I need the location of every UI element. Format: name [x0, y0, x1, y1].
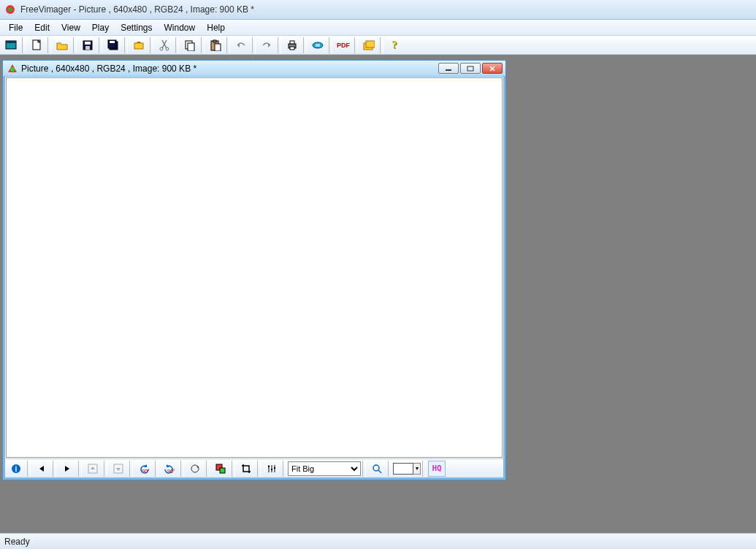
child-toolbar: i 90° 90° Fit Big — [5, 458, 503, 477]
acquire-button[interactable] — [130, 37, 148, 53]
open-button[interactable] — [53, 37, 71, 53]
svg-rect-23 — [316, 44, 320, 47]
menu-file[interactable]: File — [3, 21, 28, 34]
resize-button[interactable] — [212, 461, 229, 477]
rotate-free-button[interactable] — [186, 461, 204, 477]
separator — [180, 461, 184, 477]
zoom-tool-button[interactable] — [368, 461, 386, 477]
down-button[interactable] — [110, 461, 127, 477]
child-window-icon — [7, 64, 18, 74]
menu-help[interactable]: Help — [201, 21, 231, 34]
svg-text:90°: 90° — [142, 469, 150, 474]
separator — [73, 37, 77, 53]
separator — [124, 37, 128, 53]
titlebar: FreeVimager - Picture , 640x480 , RGB24 … — [0, 0, 756, 20]
separator — [380, 37, 383, 53]
fullscreen-button[interactable] — [2, 37, 20, 53]
statusbar: Ready — [0, 533, 756, 549]
levels-button[interactable] — [263, 461, 280, 477]
close-button[interactable] — [482, 63, 503, 74]
separator — [283, 461, 286, 477]
paste-button[interactable] — [207, 37, 224, 53]
svg-point-1 — [8, 7, 12, 12]
undo-button[interactable] — [232, 37, 250, 53]
rotate-cw-button[interactable]: 90° — [161, 461, 178, 477]
separator — [303, 37, 307, 53]
rotate-ccw-button[interactable]: 90° — [135, 461, 153, 477]
copy-button[interactable] — [181, 37, 199, 53]
svg-rect-11 — [134, 43, 143, 49]
separator — [257, 461, 261, 477]
svg-rect-20 — [290, 41, 294, 44]
menu-window[interactable]: Window — [159, 21, 202, 34]
svg-rect-21 — [290, 47, 294, 50]
saveall-button[interactable] — [104, 37, 122, 53]
separator — [99, 37, 102, 53]
separator — [226, 37, 230, 53]
separator — [47, 37, 51, 53]
menu-edit[interactable]: Edit — [28, 21, 56, 34]
new-button[interactable] — [28, 37, 45, 53]
zoom-mode-select[interactable]: Fit Big — [288, 461, 361, 476]
separator — [206, 461, 210, 477]
pdf-button[interactable]: PDF — [335, 37, 352, 53]
svg-point-27 — [10, 67, 15, 72]
separator — [150, 37, 153, 53]
scan-button[interactable] — [309, 37, 327, 53]
save-button[interactable] — [79, 37, 96, 53]
separator — [175, 37, 179, 53]
svg-point-12 — [160, 47, 163, 50]
hq-toggle-button[interactable]: HQ — [428, 461, 446, 477]
svg-rect-6 — [85, 42, 91, 45]
hq-label: HQ — [432, 464, 441, 473]
separator — [53, 461, 56, 477]
separator — [201, 37, 205, 53]
bgcolor-picker[interactable]: ▾ — [393, 463, 421, 475]
svg-text:90°: 90° — [167, 469, 175, 474]
svg-rect-44 — [274, 467, 275, 469]
svg-rect-42 — [268, 466, 270, 467]
slideshow-button[interactable] — [360, 37, 378, 53]
image-canvas[interactable] — [6, 77, 503, 458]
prev-button[interactable] — [33, 461, 50, 477]
menu-view[interactable]: View — [56, 21, 86, 34]
separator — [362, 461, 366, 477]
crop-button[interactable] — [237, 461, 255, 477]
child-title: Picture , 640x480 , RGB24 , Image: 900 K… — [21, 64, 435, 74]
next-button[interactable] — [58, 461, 76, 477]
chevron-down-icon: ▾ — [413, 463, 421, 475]
cut-button[interactable] — [156, 37, 173, 53]
svg-text:i: i — [15, 465, 18, 473]
main-toolbar: PDF ? — [0, 36, 756, 55]
separator — [329, 37, 332, 53]
app-icon — [4, 4, 16, 15]
print-button[interactable] — [283, 37, 301, 53]
redo-button[interactable] — [258, 37, 275, 53]
menu-settings[interactable]: Settings — [115, 21, 158, 34]
separator — [104, 461, 107, 477]
svg-rect-18 — [215, 44, 221, 51]
status-text: Ready — [4, 537, 30, 547]
separator — [388, 461, 392, 477]
maximize-button[interactable] — [460, 63, 481, 74]
app-title: FreeVimager - Picture , 640x480 , RGB24 … — [20, 4, 752, 15]
mdi-area: Picture , 640x480 , RGB24 , Image: 900 K… — [0, 55, 756, 533]
svg-rect-29 — [467, 66, 473, 71]
svg-rect-3 — [6, 41, 16, 43]
svg-rect-43 — [271, 469, 272, 470]
help-button[interactable]: ? — [386, 37, 403, 53]
separator — [155, 461, 159, 477]
svg-rect-38 — [220, 468, 225, 473]
child-titlebar[interactable]: Picture , 640x480 , RGB24 , Image: 900 K… — [3, 61, 505, 77]
minimize-button[interactable] — [438, 63, 459, 74]
svg-point-13 — [166, 47, 169, 50]
svg-rect-15 — [188, 43, 194, 51]
up-button[interactable] — [84, 461, 102, 477]
info-button[interactable]: i — [7, 461, 25, 477]
svg-rect-17 — [213, 40, 216, 42]
separator — [252, 37, 256, 53]
menu-play[interactable]: Play — [86, 21, 115, 34]
separator — [129, 461, 133, 477]
separator — [278, 37, 281, 53]
separator — [422, 461, 426, 477]
